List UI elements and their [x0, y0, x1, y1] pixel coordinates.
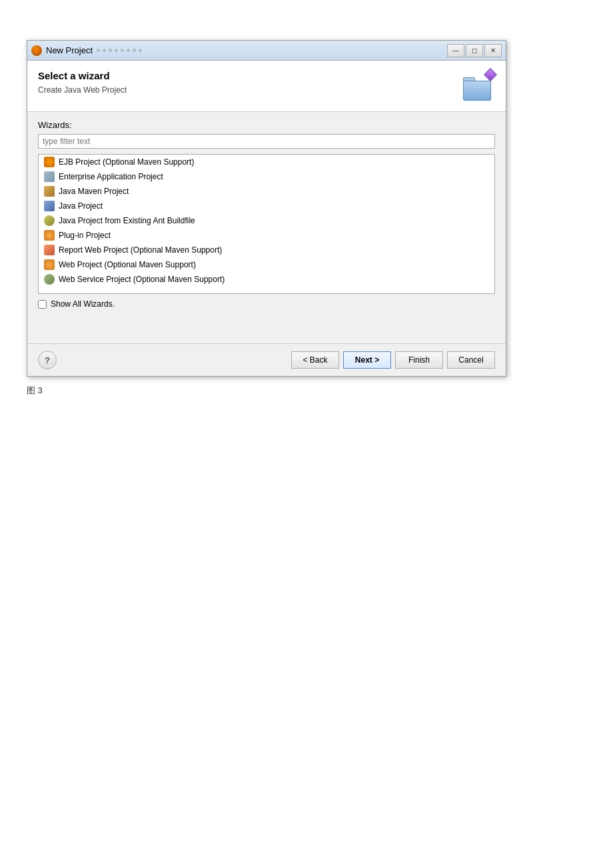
list-item[interactable]: Enterprise Application Project	[39, 169, 494, 184]
dot-4	[115, 49, 118, 52]
list-item-label: Web Service Project (Optional Maven Supp…	[59, 275, 225, 284]
dot-7	[133, 49, 136, 52]
caption: 图 3	[27, 385, 43, 397]
list-item-label: Plug-in Project	[59, 231, 111, 240]
dot-3	[109, 49, 112, 52]
back-button[interactable]: < Back	[291, 351, 339, 369]
header-subtitle: Create Java Web Project	[38, 85, 463, 95]
show-all-checkbox[interactable]	[38, 300, 47, 309]
list-item[interactable]: Plug-in Project	[39, 228, 494, 243]
dot-6	[127, 49, 130, 52]
list-item-icon	[44, 245, 55, 255]
filter-input[interactable]	[38, 134, 495, 149]
wizard-list[interactable]: EJB Project (Optional Maven Support)Ente…	[38, 154, 495, 294]
header-text: Select a wizard Create Java Web Project	[38, 70, 463, 95]
list-item[interactable]: Web Project (Optional Maven Support)	[39, 257, 494, 272]
dialog-footer: ? < Back Next > Finish Cancel	[27, 343, 506, 376]
list-item[interactable]: Java Project	[39, 199, 494, 213]
window-controls: — ◻ ✕	[447, 44, 502, 57]
header-section: Select a wizard Create Java Web Project	[27, 61, 506, 112]
page-wrapper: New Project — ◻ ✕	[0, 0, 613, 423]
list-item-label: Web Project (Optional Maven Support)	[59, 260, 196, 269]
list-item-icon	[44, 215, 55, 226]
list-item-icon	[44, 274, 55, 285]
app-icon	[31, 45, 42, 56]
title-bar-left: New Project	[31, 45, 142, 56]
list-item-label: Enterprise Application Project	[59, 172, 163, 181]
list-item-icon	[44, 201, 55, 211]
show-all-label[interactable]: Show All Wizards.	[51, 299, 115, 309]
list-item-label: Java Maven Project	[59, 187, 129, 196]
dialog-window: New Project — ◻ ✕	[27, 40, 506, 377]
minimize-button[interactable]: —	[447, 44, 464, 57]
list-item-icon	[44, 157, 55, 167]
maximize-button[interactable]: ◻	[466, 44, 483, 57]
title-bar: New Project — ◻ ✕	[27, 41, 506, 61]
list-item[interactable]: Java Maven Project	[39, 184, 494, 199]
list-item-icon	[44, 259, 55, 270]
header-title: Select a wizard	[38, 70, 463, 81]
window-title: New Project	[46, 45, 93, 55]
help-button[interactable]: ?	[38, 351, 57, 369]
body-section: Wizards: EJB Project (Optional Maven Sup…	[27, 112, 506, 343]
list-item-label: EJB Project (Optional Maven Support)	[59, 157, 194, 167]
wizard-icon	[463, 70, 495, 102]
list-item-label: Java Project from Existing Ant Buildfile	[59, 216, 195, 225]
title-decoration	[97, 49, 142, 52]
cancel-button[interactable]: Cancel	[447, 351, 495, 369]
list-item-icon	[44, 171, 55, 182]
list-item-icon	[44, 186, 55, 197]
list-item[interactable]: Report Web Project (Optional Maven Suppo…	[39, 243, 494, 257]
close-button[interactable]: ✕	[484, 44, 502, 57]
wizards-label: Wizards:	[38, 120, 495, 130]
list-item[interactable]: Java Project from Existing Ant Buildfile	[39, 213, 494, 228]
dot-8	[139, 49, 142, 52]
list-item-label: Report Web Project (Optional Maven Suppo…	[59, 245, 222, 255]
list-item[interactable]: Web Service Project (Optional Maven Supp…	[39, 272, 494, 287]
diamond-icon	[484, 68, 497, 81]
dot-5	[121, 49, 124, 52]
dot-1	[97, 49, 100, 52]
folder-shape-icon	[463, 81, 491, 101]
list-item-icon	[44, 230, 55, 241]
show-all-row: Show All Wizards.	[38, 299, 495, 309]
next-button[interactable]: Next >	[343, 351, 391, 369]
dot-2	[103, 49, 106, 52]
list-item[interactable]: EJB Project (Optional Maven Support)	[39, 155, 494, 169]
list-item-label: Java Project	[59, 201, 103, 211]
finish-button[interactable]: Finish	[395, 351, 443, 369]
body-spacer	[38, 309, 495, 335]
